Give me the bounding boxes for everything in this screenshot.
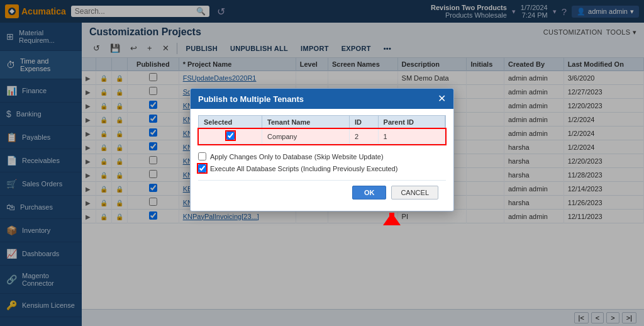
modal-options: Apply Changes Only to Database (Skip Web… [198, 152, 446, 172]
modal-ok-button[interactable]: OK [352, 186, 387, 200]
modal-title: Publish to Multiple Tenants [198, 94, 304, 104]
modal-col-selected: Selected [199, 116, 262, 129]
arrow-head [383, 213, 401, 225]
modal-col-parent: Parent ID [378, 116, 445, 129]
modal-tenant-id-cell: 2 [350, 129, 379, 144]
arrow-container [190, 213, 454, 238]
modal-cancel-button[interactable]: CANCEL [391, 186, 438, 200]
execute-scripts-option[interactable]: Execute All Database Scripts (Including … [198, 164, 446, 172]
apply-changes-checkbox[interactable] [198, 152, 206, 160]
apply-changes-option[interactable]: Apply Changes Only to Database (Skip Web… [198, 152, 446, 160]
execute-scripts-label: Execute All Database Scripts (Including … [210, 165, 397, 172]
modal-tenant-selected-cell [199, 129, 262, 144]
execute-scripts-checkbox[interactable] [198, 164, 206, 172]
modal-table-wrap: Selected Tenant Name ID Parent ID [198, 115, 446, 145]
publish-modal: Publish to Multiple Tenants ✕ Selected T… [190, 88, 454, 211]
modal-col-tenant: Tenant Name [262, 116, 350, 129]
modal-wrapper: Publish to Multiple Tenants ✕ Selected T… [190, 88, 454, 238]
modal-tenant-name-cell: Company [262, 129, 350, 144]
modal-overlay: Publish to Multiple Tenants ✕ Selected T… [0, 0, 644, 326]
apply-changes-label: Apply Changes Only to Database (Skip Web… [210, 153, 384, 160]
modal-table-header: Selected Tenant Name ID Parent ID [199, 116, 445, 129]
ok-arrow [383, 213, 401, 225]
modal-tenant-row: Company 2 1 [199, 129, 445, 144]
modal-close-button[interactable]: ✕ [438, 94, 446, 104]
modal-tenant-parent-cell: 1 [378, 129, 445, 144]
modal-tenant-checkbox[interactable] [226, 132, 235, 140]
modal-footer: OK CANCEL [198, 180, 446, 205]
modal-body: Selected Tenant Name ID Parent ID [191, 109, 453, 211]
modal-tenants-table: Selected Tenant Name ID Parent ID [199, 116, 445, 144]
modal-col-id: ID [350, 116, 379, 129]
modal-header: Publish to Multiple Tenants ✕ [191, 89, 453, 109]
